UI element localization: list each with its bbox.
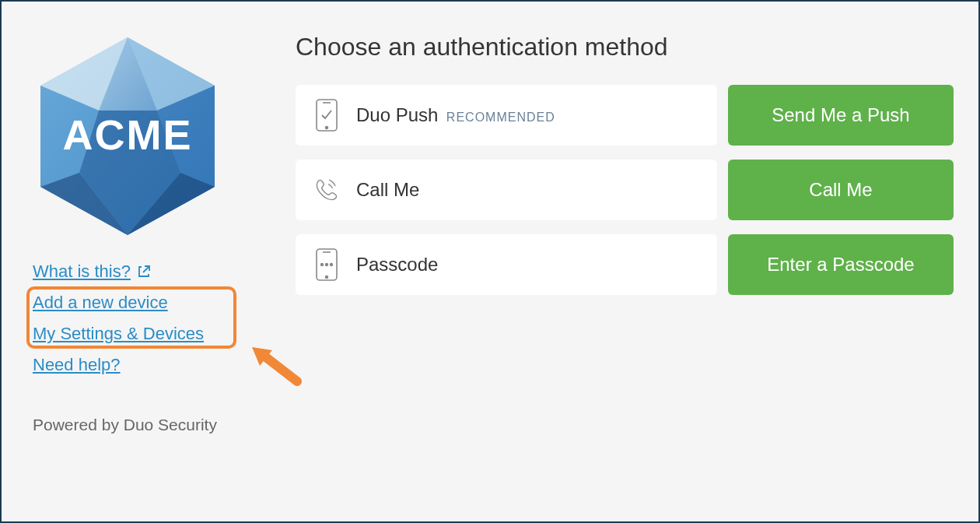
- page-title: Choose an authentication method: [296, 33, 954, 61]
- send-push-button[interactable]: Send Me a Push: [728, 85, 954, 146]
- link-label: Need help?: [33, 352, 121, 378]
- phone-passcode-icon: [313, 249, 341, 280]
- svg-point-15: [326, 276, 328, 279]
- add-device-link[interactable]: Add a new device: [33, 290, 168, 316]
- svg-point-12: [326, 127, 328, 129]
- need-help-link[interactable]: Need help?: [33, 352, 121, 378]
- auth-row-passcode: Passcode Enter a Passcode: [296, 234, 954, 295]
- link-label: What is this?: [33, 258, 131, 285]
- svg-point-17: [326, 264, 328, 266]
- auth-method-label: Call Me: [356, 179, 419, 201]
- outer-frame: ACME What is this? Add a new device: [0, 0, 980, 523]
- powered-by-text: Powered by Duo Security: [33, 416, 258, 434]
- auth-method-list: Duo Push RECOMMENDED Send Me a Push: [296, 85, 954, 295]
- enter-passcode-button[interactable]: Enter a Passcode: [728, 234, 954, 295]
- inner-frame: ACME What is this? Add a new device: [3, 3, 977, 520]
- auth-method-passcode: Passcode: [296, 234, 717, 295]
- main-content: Choose an authentication method: [258, 33, 954, 497]
- external-link-icon: [137, 265, 151, 279]
- svg-text:ACME: ACME: [63, 111, 193, 158]
- what-is-this-link[interactable]: What is this?: [33, 258, 151, 285]
- sidebar-links: What is this? Add a new device My Settin…: [33, 258, 258, 378]
- auth-method-label-wrapper: Duo Push RECOMMENDED: [356, 104, 555, 126]
- link-label: My Settings & Devices: [33, 321, 204, 347]
- call-me-button[interactable]: Call Me: [728, 160, 954, 220]
- sidebar: ACME What is this? Add a new device: [33, 33, 258, 497]
- phone-call-icon: [313, 174, 341, 205]
- auth-method-label: Duo Push: [356, 104, 438, 125]
- auth-row-push: Duo Push RECOMMENDED Send Me a Push: [296, 85, 954, 146]
- svg-point-16: [321, 264, 324, 266]
- svg-point-18: [331, 264, 333, 266]
- recommended-badge: RECOMMENDED: [446, 111, 555, 124]
- auth-method-call: Call Me: [296, 160, 717, 220]
- settings-devices-link[interactable]: My Settings & Devices: [33, 321, 204, 347]
- auth-method-push: Duo Push RECOMMENDED: [296, 85, 717, 146]
- auth-row-call: Call Me Call Me: [296, 160, 954, 220]
- phone-check-icon: [313, 100, 341, 131]
- acme-logo: ACME: [33, 33, 222, 240]
- link-label: Add a new device: [33, 290, 168, 316]
- auth-method-label: Passcode: [356, 254, 438, 276]
